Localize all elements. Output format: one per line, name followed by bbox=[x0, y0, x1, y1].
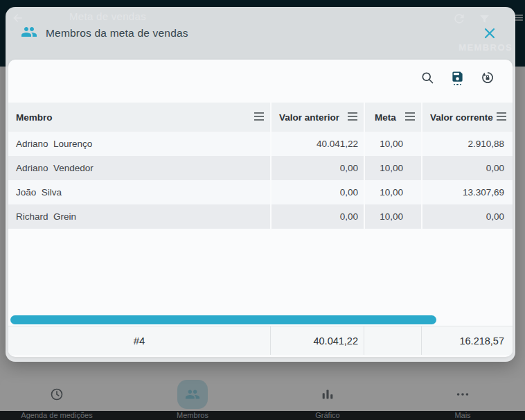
lock-reset-icon[interactable] bbox=[480, 70, 495, 85]
search-icon[interactable] bbox=[420, 71, 435, 85]
table-header-row: Membro Valor anterior Meta Valor corrent… bbox=[8, 103, 513, 132]
footer-goal-total bbox=[364, 326, 421, 355]
column-menu-icon[interactable] bbox=[348, 112, 357, 123]
close-button[interactable] bbox=[483, 27, 496, 40]
modal-title: Membros da meta de vendas bbox=[46, 27, 475, 40]
table-row[interactable]: Adriano Lourenço 40.041,22 10,00 2.910,8… bbox=[8, 132, 513, 156]
table-row[interactable]: João Silva 0,00 10,00 13.307,69 bbox=[8, 180, 513, 204]
table-footer-row: #4 40.041,22 16.218,57 bbox=[8, 326, 513, 355]
save-dots bbox=[454, 84, 461, 85]
members-modal: Membros da meta de vendas bbox=[6, 7, 515, 362]
column-header-valor-anterior: Valor anterior bbox=[270, 103, 364, 132]
save-icon[interactable] bbox=[451, 70, 464, 85]
footer-current-total: 16.218,57 bbox=[421, 326, 513, 355]
column-header-valor-corrente: Valor corrente bbox=[421, 103, 513, 132]
footer-previous-total: 40.041,22 bbox=[270, 326, 364, 355]
table-toolbar bbox=[8, 60, 513, 96]
column-menu-icon[interactable] bbox=[254, 112, 264, 123]
horizontal-scrollbar[interactable] bbox=[10, 315, 436, 324]
table-row[interactable]: Richard Grein 0,00 10,00 0,00 bbox=[8, 204, 513, 229]
column-menu-icon[interactable] bbox=[497, 112, 506, 123]
members-table-card: Membro Valor anterior Meta Valor corrent… bbox=[8, 60, 513, 357]
column-header-membro: Membro bbox=[8, 103, 270, 132]
modal-header: Membros da meta de vendas bbox=[6, 7, 515, 60]
column-header-meta: Meta bbox=[364, 103, 421, 132]
column-menu-icon[interactable] bbox=[405, 112, 415, 123]
row-count: #4 bbox=[8, 326, 270, 355]
group-icon bbox=[21, 24, 37, 43]
table-row[interactable]: Adriano Vendedor 0,00 10,00 0,00 bbox=[8, 156, 513, 180]
